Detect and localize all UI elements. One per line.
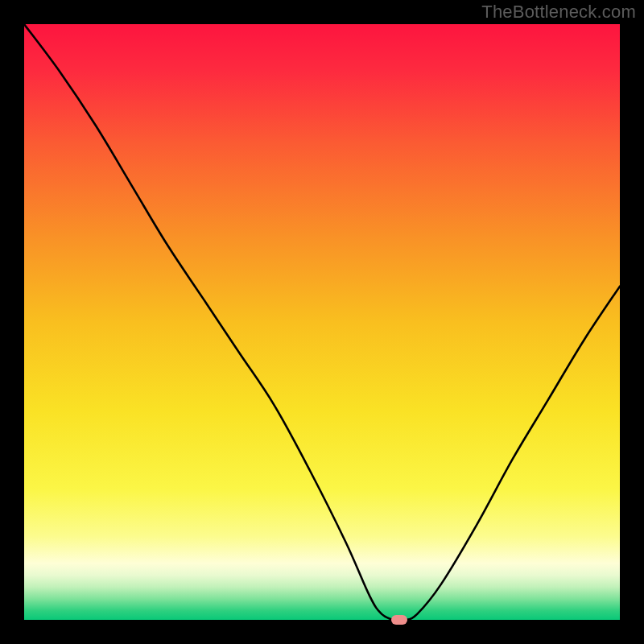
plot-svg xyxy=(24,24,620,620)
optimal-marker xyxy=(391,615,407,625)
gradient-background xyxy=(24,24,620,620)
chart-frame: TheBottleneck.com xyxy=(0,0,644,644)
watermark-text: TheBottleneck.com xyxy=(481,2,636,23)
plot-area xyxy=(24,24,620,620)
